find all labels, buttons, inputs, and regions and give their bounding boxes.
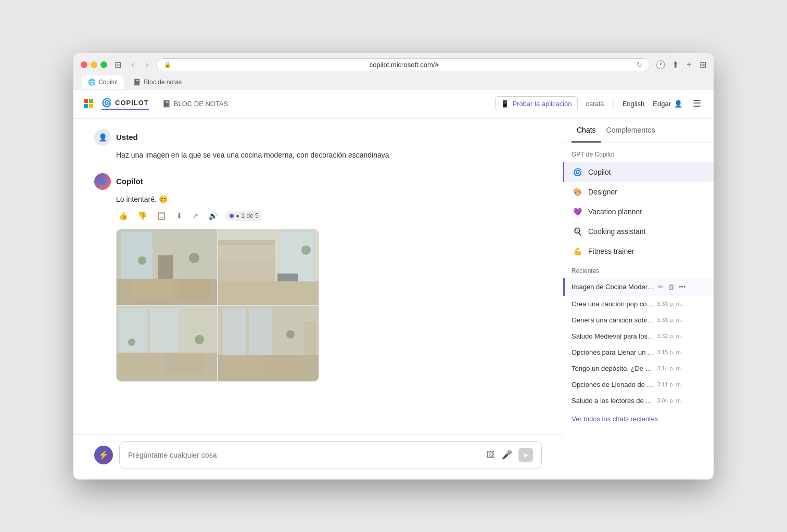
edit-recent-button[interactable]: ✏ [657,282,665,292]
recent-item-active[interactable]: Imagen de Cocina Moderna con D ✏ 🗑 ••• [563,278,714,296]
recent-item-2[interactable]: Genera una canción sobre la calidad o 3:… [563,312,714,328]
user-name: Edgar [653,100,671,108]
see-all-chats-link[interactable]: Ver todos los chats recientes [563,409,714,429]
user-avatar: 👤 [94,129,111,146]
user-name-label: Usted [116,133,138,141]
history-button[interactable]: 🕐 [655,59,666,70]
svg-rect-14 [218,261,275,281]
reload-icon[interactable]: ↻ [637,61,642,69]
user-account[interactable]: Edgar 👤 [653,100,682,108]
share-button[interactable]: ↗ [190,209,201,223]
recent-item-7[interactable]: Saludo a los lectores de Andro4all 3:04 … [563,393,714,409]
traffic-lights[interactable] [81,61,107,68]
gpt-item-vacation[interactable]: 💜 Vacation planner [563,202,714,222]
user-avatar-icon: 👤 [674,100,682,108]
svg-rect-1 [121,232,153,279]
tab-favicon: 🌐 [88,79,96,86]
tab-copilot[interactable]: 🌐 Copilot [82,75,124,89]
share-button[interactable]: ⬆ [672,59,679,70]
vacation-gpt-icon: 💜 [572,206,583,217]
copy-button[interactable]: 📋 [155,209,169,223]
tab-label-notes: Bloc de notas [144,79,182,86]
recent-time-5: 3:14 p. m. [657,365,682,371]
back-button[interactable]: ‹ [129,59,137,70]
try-app-icon: 📱 [501,100,509,108]
try-app-button[interactable]: 📱 Probar la aplicación [495,96,577,111]
svg-point-24 [195,335,204,344]
notes-label: BLOC DE NOTAS [174,100,229,108]
generated-images[interactable] [116,229,319,382]
svg-rect-19 [150,308,179,353]
recent-item-4[interactable]: Opciones para Llenar un Plato 3:15 p. m. [563,344,714,360]
ms-yellow-square [89,104,93,108]
send-button[interactable]: ➤ [518,448,533,462]
designer-gpt-name: Designer [588,188,617,196]
app-content: 👤 Usted Haz una imagen en la que se vea … [73,119,714,479]
close-button[interactable] [81,61,87,68]
copilot-gpt-name: Copilot [588,168,611,176]
thumbs-up-button[interactable]: 👍 [116,209,130,223]
nav-copilot-brand[interactable]: 🌀 COPILOT [101,98,149,110]
try-app-label: Probar la aplicación [512,100,572,108]
input-box[interactable]: 🖼 🎤 ➤ [119,441,542,469]
tab-label: Copilot [98,79,118,86]
svg-rect-13 [218,245,275,261]
kitchen-image-2[interactable] [218,229,319,305]
recent-title-1: Crea una canción pop con Suno sobre [572,300,655,308]
more-recent-button[interactable]: ••• [678,282,687,292]
ms-red-square [84,99,88,103]
recent-time-7: 3:04 p. m. [657,397,682,404]
svg-point-6 [138,256,146,265]
hamburger-menu[interactable]: ☰ [691,96,703,111]
maximize-button[interactable] [100,61,107,68]
delete-recent-button[interactable]: 🗑 [667,282,676,292]
tab-chats[interactable]: Chats [572,119,601,142]
notes-icon: 📓 [162,100,171,108]
thumbs-down-button[interactable]: 👎 [135,209,149,223]
recent-item-1[interactable]: Crea una canción pop con Suno sobre 3:33… [563,296,714,312]
microsoft-logo [84,99,93,108]
svg-rect-26 [223,308,246,355]
page-dot [230,214,234,218]
nav-notes-link[interactable]: 📓 BLOC DE NOTAS [157,98,234,110]
recent-item-6[interactable]: Opciones de Llenado de Taza 3:11 p. m. [563,377,714,393]
copilot-brand-label: COPILOT [115,99,149,107]
gpt-item-copilot[interactable]: 🌀 Copilot [563,162,714,182]
lang-catala[interactable]: català [586,100,604,108]
gpt-item-fitness[interactable]: 💪 Fitness trainer [563,241,714,261]
input-area: ⚡ 🖼 🎤 ➤ [73,434,563,479]
svg-rect-3 [132,279,173,300]
tabs-button[interactable]: ⊞ [700,59,706,70]
new-tab-button[interactable]: ＋ [685,59,693,70]
address-bar[interactable]: 🔒 copilot.microsoft.com/# ↻ [156,58,650,71]
user-message-header: 👤 Usted [94,129,542,146]
gpt-item-designer[interactable]: 🎨 Designer [563,182,714,202]
cooking-gpt-name: Cooking assistant [588,227,646,236]
image-input-button[interactable]: 🖼 [485,449,496,461]
minimize-button[interactable] [91,61,97,68]
recent-title-7: Saludo a los lectores de Andro4all [572,397,655,405]
microphone-button[interactable]: 🎤 [501,449,513,461]
tab-notas[interactable]: 📓 Bloc de notas [127,75,188,89]
gpt-section-label: GPT de Copilot [563,149,714,162]
kitchen-image-1[interactable] [117,229,217,305]
speaker-button[interactable]: 🔊 [206,209,220,223]
fitness-gpt-icon: 💪 [572,245,583,257]
recent-title-6: Opciones de Llenado de Taza [572,381,655,388]
input-actions: 🖼 🎤 ➤ [485,448,533,462]
recent-item-3[interactable]: Saludo Medieval para los Lectores de 3:3… [563,328,714,344]
svg-rect-10 [218,281,319,305]
chat-input[interactable] [128,451,481,459]
kitchen-image-4[interactable] [218,306,319,381]
sidebar-toggle[interactable]: ⊟ [112,59,123,71]
kitchen-image-3[interactable] [117,306,217,381]
download-button[interactable]: ⬇ [174,209,185,223]
recent-item-5[interactable]: Tengo un depósito. ¿De qué puedo lle 3:1… [563,360,714,377]
svg-point-7 [189,253,199,263]
lang-english[interactable]: English [623,100,645,108]
tab-complementos[interactable]: Complementos [601,119,661,142]
svg-rect-18 [119,308,147,353]
forward-button[interactable]: › [143,59,151,70]
recent-title-4: Opciones para Llenar un Plato [572,348,655,356]
gpt-item-cooking[interactable]: 🍳 Cooking assistant [563,222,714,241]
